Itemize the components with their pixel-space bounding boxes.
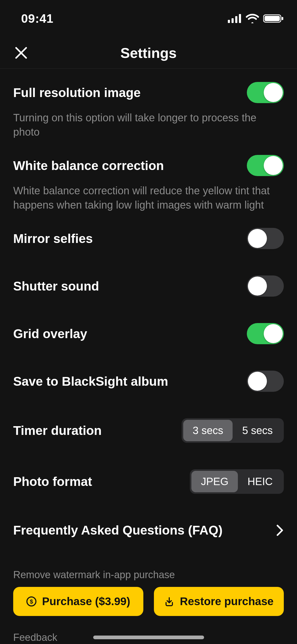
status-bar: 09:41 bbox=[0, 0, 297, 37]
toggle-white-balance[interactable] bbox=[247, 155, 284, 176]
status-right bbox=[228, 14, 284, 23]
seg-format-jpeg[interactable]: JPEG bbox=[191, 471, 238, 492]
header: Settings bbox=[0, 37, 297, 69]
row-white-balance: White balance correction bbox=[13, 142, 284, 179]
section-label-purchase: Remove watermark in-app purchase bbox=[13, 553, 284, 587]
restore-purchase-button[interactable]: Restore purchase bbox=[154, 587, 284, 616]
row-full-resolution: Full resolution image bbox=[13, 69, 284, 106]
seg-timer-5secs[interactable]: 5 secs bbox=[233, 420, 282, 441]
toggle-mirror-selfies[interactable] bbox=[247, 228, 284, 249]
svg-rect-2 bbox=[235, 16, 237, 23]
row-desc: Turning on this option will take longer … bbox=[13, 106, 277, 142]
svg-rect-1 bbox=[232, 18, 234, 23]
chevron-right-icon bbox=[276, 524, 284, 537]
section-label-feedback: Feedback bbox=[13, 616, 284, 644]
row-title: Frequently Asked Questions (FAQ) bbox=[13, 523, 223, 537]
row-desc: White balance correction will reduce the… bbox=[13, 179, 277, 215]
home-indicator[interactable] bbox=[93, 636, 204, 639]
cellular-icon bbox=[228, 14, 242, 23]
row-photo-format: Photo format JPEG HEIC bbox=[13, 456, 284, 507]
row-shutter-sound: Shutter sound bbox=[13, 262, 284, 310]
row-faq[interactable]: Frequently Asked Questions (FAQ) bbox=[13, 507, 284, 553]
button-label: Purchase ($3.99) bbox=[42, 595, 130, 608]
row-title: Save to BlackSight album bbox=[13, 374, 168, 389]
row-title: Timer duration bbox=[13, 423, 102, 438]
battery-icon bbox=[263, 14, 284, 23]
svg-rect-5 bbox=[265, 16, 280, 21]
toggle-grid-overlay[interactable] bbox=[247, 323, 284, 344]
purchase-button[interactable]: $ Purchase ($3.99) bbox=[13, 587, 143, 616]
button-label: Restore purchase bbox=[180, 595, 274, 608]
segmented-timer: 3 secs 5 secs bbox=[182, 418, 284, 443]
wifi-icon bbox=[246, 14, 259, 23]
row-timer-duration: Timer duration 3 secs 5 secs bbox=[13, 405, 284, 456]
status-time: 09:41 bbox=[21, 11, 54, 26]
row-title: Mirror selfies bbox=[13, 231, 93, 246]
dollar-circle-icon: $ bbox=[26, 596, 37, 607]
close-button[interactable] bbox=[13, 45, 29, 61]
seg-format-heic[interactable]: HEIC bbox=[238, 471, 282, 492]
settings-list: Full resolution image Turning on this op… bbox=[0, 69, 297, 644]
row-title: White balance correction bbox=[13, 158, 164, 173]
header-title: Settings bbox=[120, 45, 177, 61]
row-grid-overlay: Grid overlay bbox=[13, 310, 284, 357]
toggle-full-resolution[interactable] bbox=[247, 82, 284, 103]
download-icon bbox=[164, 596, 175, 607]
close-icon bbox=[15, 46, 28, 59]
svg-rect-6 bbox=[282, 17, 283, 20]
row-title: Full resolution image bbox=[13, 85, 141, 100]
purchase-button-row: $ Purchase ($3.99) Restore purchase bbox=[13, 587, 284, 616]
row-title: Shutter sound bbox=[13, 279, 99, 293]
row-title: Grid overlay bbox=[13, 326, 87, 341]
toggle-save-album[interactable] bbox=[247, 371, 284, 392]
seg-timer-3secs[interactable]: 3 secs bbox=[183, 420, 233, 441]
toggle-shutter-sound[interactable] bbox=[247, 275, 284, 297]
row-save-album: Save to BlackSight album bbox=[13, 357, 284, 405]
row-title: Photo format bbox=[13, 474, 92, 489]
row-mirror-selfies: Mirror selfies bbox=[13, 215, 284, 262]
svg-rect-3 bbox=[239, 14, 241, 23]
svg-text:$: $ bbox=[30, 598, 33, 605]
segmented-photo-format: JPEG HEIC bbox=[190, 469, 284, 494]
svg-rect-0 bbox=[228, 20, 230, 23]
